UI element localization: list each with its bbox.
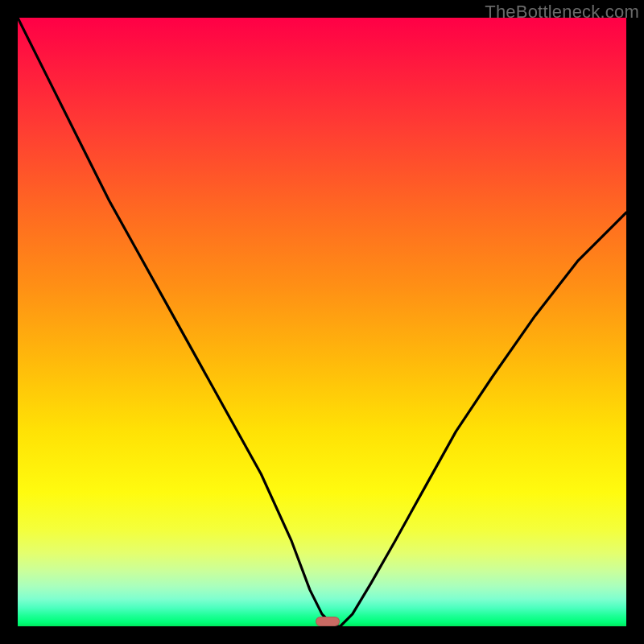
optimal-marker <box>316 617 340 626</box>
bottleneck-curve <box>18 18 626 626</box>
chart-frame: TheBottleneck.com <box>0 0 644 644</box>
watermark-text: TheBottleneck.com <box>485 2 639 23</box>
plot-area <box>18 18 626 626</box>
